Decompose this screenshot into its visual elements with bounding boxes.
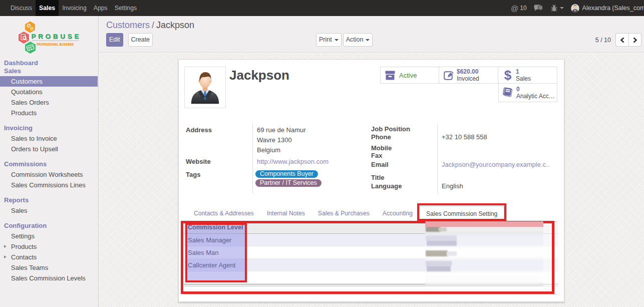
sidebar-item-quotations[interactable]: Quotations	[0, 87, 98, 97]
tag-components-buyer[interactable]: Components Buyer	[255, 170, 318, 178]
print-dropdown-button[interactable]: Print	[316, 33, 342, 47]
record-pager: 5 / 10	[595, 33, 641, 47]
mobile-label: Mobile	[371, 144, 392, 152]
sidebar-item-customers[interactable]: Customers	[0, 76, 98, 87]
tags-label: Tags	[186, 171, 200, 178]
pager-next-button[interactable]	[628, 33, 641, 47]
sidebar: PROBUSE PROBUSE PROFESSIONAL BUSINESS Da…	[0, 16, 99, 307]
record-name-title: Jackpson	[229, 68, 289, 83]
email-link[interactable]: Jackpson@yourcompany.example.c..	[442, 161, 549, 168]
tab-internal-notes[interactable]: Internal Notes	[260, 206, 311, 221]
top-navbar: Discuss Sales Invoicing Apps Settings @ …	[0, 0, 644, 16]
sidebar-menu: Dashboard Sales Customers Quotations Sal…	[0, 59, 98, 283]
chat-bubbles-icon	[534, 5, 543, 12]
sidebar-header-invoicing[interactable]: Invoicing	[0, 124, 98, 132]
active-stat-label: Active	[399, 72, 417, 79]
analytic-accounts-stat-button[interactable]: 0 Analytic Acco…	[498, 84, 557, 102]
sidebar-item-commission-worksheets[interactable]: Commission Worksheets	[0, 169, 98, 180]
app-menu-invoicing[interactable]: Invoicing	[59, 0, 90, 16]
logo-subtitle: PROFESSIONAL BUSINESS	[37, 43, 74, 46]
sidebar-item-orders-to-upsell[interactable]: Orders to Upsell	[0, 144, 98, 154]
bug-icon	[551, 5, 557, 12]
debug-caret-icon	[560, 7, 564, 9]
customer-photo[interactable]	[184, 67, 226, 108]
tag-partner-it-services[interactable]: Partner / IT Services	[255, 179, 321, 187]
action-caret-icon	[366, 39, 370, 41]
sidebar-item-sales-teams[interactable]: Sales Teams	[0, 262, 98, 273]
sidebar-item-products[interactable]: Products	[0, 108, 98, 118]
dollar-icon: $	[502, 68, 514, 83]
sidebar-item-sales-to-invoice[interactable]: Sales to Invoice	[0, 133, 98, 144]
app-menu-settings[interactable]: Settings	[111, 0, 140, 16]
annotation-box-tab	[417, 203, 506, 221]
address-label: Address	[186, 126, 212, 134]
sales-stat-button[interactable]: $ 1 Sales	[498, 67, 557, 84]
website-link[interactable]: http://www.jackpson.com	[257, 158, 329, 165]
archive-icon	[384, 71, 396, 80]
sidebar-header-sales[interactable]: Sales	[0, 67, 98, 75]
activity-count: 10	[520, 5, 526, 12]
debug-menu-button[interactable]	[551, 5, 564, 12]
invoiced-label: Invoiced	[457, 75, 479, 82]
address-line-street[interactable]: 69 rue de Namur	[257, 126, 306, 134]
app-menu: Discuss Sales Invoicing Apps Settings	[7, 0, 140, 16]
tab-sales-purchases[interactable]: Sales & Purchases	[311, 206, 376, 221]
logo-title: PROBUSE	[31, 33, 79, 40]
sidebar-header-commissions[interactable]: Commissions	[0, 160, 98, 168]
app-menu-sales[interactable]: Sales	[36, 0, 59, 16]
form-buttons: Edit Create	[106, 33, 153, 47]
group-separator	[437, 124, 438, 193]
app-menu-apps[interactable]: Apps	[90, 0, 111, 16]
address-line-city[interactable]: Wavre 1300	[257, 136, 292, 144]
analytic-accounts-count: 0	[516, 86, 557, 93]
activities-button[interactable]: @ 10	[511, 4, 527, 13]
sidebar-item-settings[interactable]: Settings	[0, 231, 98, 241]
print-caret-icon	[335, 39, 339, 41]
sidebar-item-sales-commission-levels[interactable]: Sales Commission Levels	[0, 273, 98, 283]
title-label: Title	[371, 174, 385, 181]
sidebar-item-sales-orders[interactable]: Sales Orders	[0, 97, 98, 108]
app-menu-discuss[interactable]: Discuss	[7, 0, 36, 16]
action-dropdown-button[interactable]: Action	[343, 33, 373, 47]
sidebar-item-config-products[interactable]: Products	[0, 241, 98, 252]
language-value[interactable]: English	[442, 182, 463, 190]
invoiced-stat-button[interactable]: $620.00 Invoiced	[439, 67, 498, 84]
topbar-systray: @ 10	[511, 0, 644, 16]
sidebar-item-config-contacts[interactable]: Contacts	[0, 252, 98, 262]
chevron-right-icon	[632, 37, 637, 43]
active-stat-button[interactable]: Active	[380, 67, 439, 84]
book-icon	[502, 87, 514, 99]
user-menu[interactable]: Alexandra (Sales_comm..	[571, 4, 644, 13]
tab-contacts-addresses[interactable]: Contacts & Addresses	[187, 206, 260, 221]
pager-previous-button[interactable]	[615, 33, 628, 47]
tab-accounting[interactable]: Accounting	[376, 206, 419, 221]
sales-label: Sales	[516, 75, 531, 82]
breadcrumb-customers-link[interactable]: Customers	[106, 20, 150, 30]
breadcrumb-current: Jackpson	[156, 20, 194, 30]
invoiced-amount: $620.00	[457, 68, 479, 75]
group-separator	[252, 124, 253, 193]
sidebar-item-reports-sales[interactable]: Sales	[0, 205, 98, 216]
create-button[interactable]: Create	[128, 33, 153, 47]
sidebar-header-configuration[interactable]: Configuration	[0, 222, 98, 230]
language-label: Language	[371, 182, 402, 190]
chevron-left-icon	[620, 37, 625, 43]
redacted-header-highlight	[425, 221, 543, 227]
sidebar-header-dashboard[interactable]: Dashboard	[0, 59, 98, 67]
company-logo[interactable]: PROBUSE PROBUSE PROFESSIONAL BUSINESS	[18, 21, 81, 55]
sidebar-header-reports[interactable]: Reports	[0, 196, 98, 204]
edit-button[interactable]: Edit	[106, 33, 123, 47]
messages-button[interactable]	[534, 5, 543, 12]
breadcrumb-separator: /	[150, 20, 156, 30]
fax-label: Fax	[371, 152, 382, 159]
sidebar-item-sales-commissions-lines[interactable]: Sales Commissions Lines	[0, 180, 98, 190]
odoo-app-window: Discuss Sales Invoicing Apps Settings @ …	[0, 0, 644, 307]
user-name: Alexandra (Sales_comm..	[582, 5, 644, 12]
pager-counter: 5 / 10	[595, 37, 611, 44]
email-label: Email	[371, 161, 389, 168]
address-line-country[interactable]: Belgium	[257, 146, 280, 154]
website-label: Website	[186, 158, 211, 165]
job-position-label: Job Position	[371, 125, 410, 133]
edit-note-icon	[443, 70, 455, 81]
phone-value[interactable]: +32 10 588 558	[442, 133, 487, 141]
